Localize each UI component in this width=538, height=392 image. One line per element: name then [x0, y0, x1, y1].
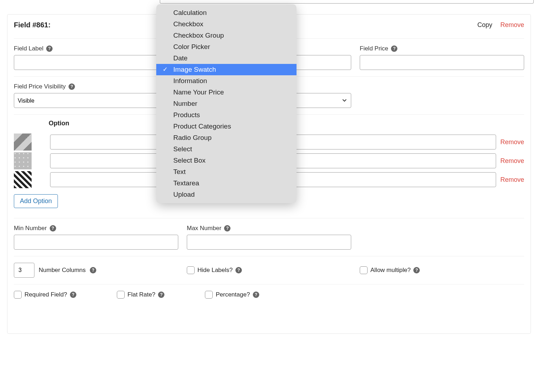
required-checkbox[interactable]: [14, 291, 22, 299]
visibility-empty-col: [360, 83, 524, 108]
help-icon[interactable]: ?: [69, 83, 75, 90]
dropdown-option[interactable]: Number: [156, 98, 297, 109]
option-thumbnail[interactable]: [14, 171, 32, 188]
hide-labels-group: Hide Labels? ?: [187, 263, 351, 278]
percentage-checkbox[interactable]: [205, 291, 213, 299]
row-flags: Required Field? ? Flat Rate? ? Percentag…: [14, 284, 524, 305]
allow-multiple-checkbox[interactable]: [360, 266, 368, 274]
number-columns-group: Number Columns ?: [14, 263, 178, 278]
required-label: Required Field?: [25, 291, 67, 298]
allow-multiple-label: Allow multiple?: [370, 267, 411, 274]
dropdown-option[interactable]: Color Picker: [156, 41, 297, 53]
header-actions: Copy Remove: [471, 21, 524, 29]
field-title: Field #861:: [14, 21, 50, 29]
add-option-button[interactable]: Add Option: [14, 194, 58, 208]
option-heading: Option: [49, 120, 69, 134]
partial-previous-input: [160, 0, 534, 4]
option-remove-button[interactable]: Remove: [500, 138, 524, 146]
allow-multiple-group: Allow multiple? ?: [360, 263, 524, 278]
field-price-input[interactable]: [360, 55, 524, 70]
field-label-col: Field Label ?: [14, 45, 178, 70]
help-icon[interactable]: ?: [158, 292, 164, 298]
help-icon[interactable]: ?: [391, 45, 397, 52]
dropdown-option[interactable]: Product Categories: [156, 121, 297, 132]
dropdown-option[interactable]: Text: [156, 166, 297, 178]
field-label-label: Field Label: [14, 45, 43, 52]
dropdown-option[interactable]: Radio Group: [156, 132, 297, 143]
visibility-col: Field Price Visibility ? Visible: [14, 83, 178, 108]
field-price-label: Field Price: [360, 45, 388, 52]
help-icon[interactable]: ?: [413, 267, 420, 273]
dropdown-option[interactable]: Calculation: [156, 7, 297, 18]
field-type-dropdown: CalculationCheckboxCheckbox GroupColor P…: [156, 4, 297, 203]
hide-labels-label: Hide Labels?: [197, 267, 233, 274]
field-label-input[interactable]: [14, 55, 178, 70]
percentage-group: Percentage? ?: [205, 291, 259, 299]
row-min-max: Min Number ? Max Number ?: [14, 218, 524, 256]
dropdown-option[interactable]: Name Your Price: [156, 87, 297, 98]
option-thumbnail[interactable]: [14, 152, 32, 169]
visibility-label: Field Price Visibility: [14, 83, 66, 90]
dropdown-option[interactable]: Select Box: [156, 155, 297, 166]
dropdown-option[interactable]: Products: [156, 109, 297, 121]
help-icon[interactable]: ?: [224, 225, 230, 232]
percentage-label: Percentage?: [216, 291, 250, 298]
dropdown-option[interactable]: Upload: [156, 189, 297, 200]
field-price-col: Field Price ?: [360, 45, 524, 70]
option-remove-button[interactable]: Remove: [500, 176, 524, 184]
min-number-label: Min Number: [14, 225, 47, 232]
dropdown-option[interactable]: Information: [156, 75, 297, 87]
min-number-col: Min Number ?: [14, 225, 178, 250]
help-icon[interactable]: ?: [46, 45, 53, 52]
dropdown-option[interactable]: Checkbox: [156, 18, 297, 30]
number-columns-label: Number Columns: [39, 267, 86, 274]
required-group: Required Field? ?: [14, 291, 76, 299]
option-remove-button[interactable]: Remove: [500, 157, 524, 165]
dropdown-option[interactable]: Date: [156, 53, 297, 64]
remove-button[interactable]: Remove: [500, 21, 524, 28]
row-number-columns: Number Columns ? Hide Labels? ? Allow mu…: [14, 256, 524, 284]
flat-rate-label: Flat Rate?: [127, 291, 155, 298]
help-icon[interactable]: ?: [50, 225, 56, 232]
visibility-select[interactable]: Visible: [14, 93, 178, 108]
dropdown-option[interactable]: Select: [156, 143, 297, 155]
hide-labels-checkbox[interactable]: [187, 266, 195, 274]
help-icon[interactable]: ?: [90, 267, 96, 273]
number-columns-input[interactable]: [14, 263, 34, 278]
dropdown-option[interactable]: Image Swatch: [156, 64, 297, 75]
min-number-input[interactable]: [14, 235, 178, 250]
max-number-label: Max Number: [187, 225, 221, 232]
help-icon[interactable]: ?: [70, 292, 76, 298]
max-number-input[interactable]: [187, 235, 351, 250]
copy-button[interactable]: Copy: [477, 21, 492, 28]
max-number-col: Max Number ?: [187, 225, 351, 250]
option-thumbnail[interactable]: [14, 134, 32, 151]
help-icon[interactable]: ?: [253, 292, 259, 298]
flat-rate-checkbox[interactable]: [117, 291, 125, 299]
dropdown-option[interactable]: Textarea: [156, 178, 297, 189]
help-icon[interactable]: ?: [235, 267, 242, 273]
dropdown-option[interactable]: Checkbox Group: [156, 30, 297, 41]
flat-rate-group: Flat Rate? ?: [117, 291, 164, 299]
